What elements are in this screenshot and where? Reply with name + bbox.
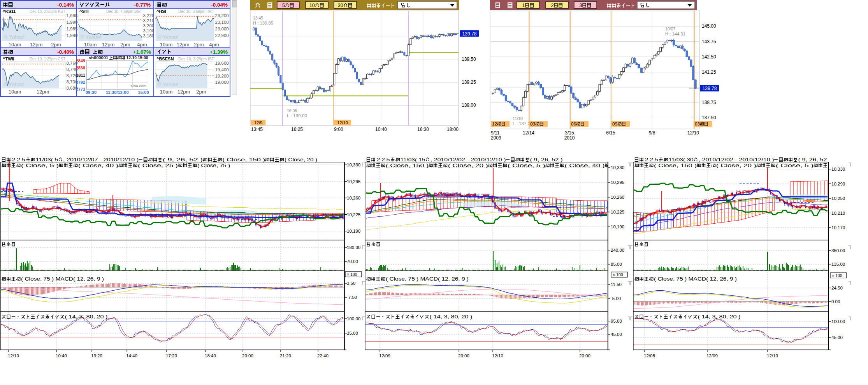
svg-text:Dec 10, 4:59pm SGT: Dec 10, 4:59pm SGT bbox=[106, 9, 142, 14]
svg-text:2: 2 bbox=[17, 157, 20, 162]
svg-text:9/8: 9/8 bbox=[649, 130, 655, 136]
svg-text:10,330: 10,330 bbox=[347, 162, 360, 167]
svg-text:18:40: 18:40 bbox=[205, 353, 216, 358]
svg-text:( 9, 26, 52 ): ( 9, 26, 52 ) bbox=[530, 157, 563, 162]
svg-text:0.00: 0.00 bbox=[831, 299, 840, 304]
svg-text:( Close, 75 ): ( Close, 75 ) bbox=[197, 163, 230, 168]
svg-text:10am: 10am bbox=[84, 42, 97, 48]
svg-text:( 14, 3, 80, 20 ): ( 14, 3, 80, 20 ) bbox=[65, 314, 108, 320]
svg-text:4pm: 4pm bbox=[137, 42, 147, 48]
svg-text:139.78: 139.78 bbox=[462, 31, 477, 37]
svg-text:10,260: 10,260 bbox=[347, 196, 360, 200]
svg-text:10,295: 10,295 bbox=[611, 180, 624, 185]
svg-text:( Close, 75 ) MACD( 12, 26,: ( Close, 75 ) MACD( 12, 26, 9 ) bbox=[21, 276, 104, 282]
svg-text:11/03( 15: 11/03( 15 bbox=[401, 157, 425, 162]
svg-text:5: 5 bbox=[282, 3, 285, 8]
svg-text:1,990: 1,990 bbox=[67, 20, 78, 25]
svg-text:1,995: 1,995 bbox=[67, 13, 78, 18]
svg-text:95.00: 95.00 bbox=[611, 319, 622, 323]
svg-text:139.25: 139.25 bbox=[462, 79, 476, 85]
svg-text:( Close, 20 ): ( Close, 20 ) bbox=[448, 163, 488, 168]
svg-text:135.00: 135.00 bbox=[831, 262, 845, 267]
svg-text:3,180: 3,180 bbox=[143, 34, 155, 38]
svg-text:21:20: 21:20 bbox=[280, 353, 291, 358]
svg-text:10,295: 10,295 bbox=[347, 179, 360, 184]
svg-text:13:45: 13:45 bbox=[253, 16, 263, 20]
svg-text:+1.07%: +1.07% bbox=[133, 49, 151, 55]
svg-text:12pm: 12pm bbox=[30, 42, 43, 48]
svg-text:14:40: 14:40 bbox=[126, 353, 137, 358]
svg-text:23,000: 23,000 bbox=[215, 26, 229, 31]
svg-text:2010: 2010 bbox=[564, 135, 575, 141]
svg-text:12/9: 12/9 bbox=[254, 120, 262, 125]
svg-text:( Close, 5 ): ( Close, 5 ) bbox=[776, 163, 814, 168]
svg-text:45.00: 45.00 bbox=[611, 332, 622, 337]
svg-text:15:00: 15:00 bbox=[138, 90, 149, 95]
svg-text:2849: 2849 bbox=[76, 58, 85, 63]
svg-text:2pm: 2pm bbox=[51, 42, 61, 48]
svg-text:+1.39%: +1.39% bbox=[210, 49, 228, 55]
svg-text:2pm: 2pm bbox=[196, 89, 206, 95]
svg-text:24.50: 24.50 bbox=[831, 286, 843, 290]
svg-text:© Yahoo!: © Yahoo! bbox=[4, 81, 25, 87]
svg-text:12pm: 12pm bbox=[102, 42, 115, 48]
svg-text:19,200: 19,200 bbox=[215, 74, 229, 78]
svg-text:23,100: 23,100 bbox=[215, 20, 229, 25]
svg-text:09:30: 09:30 bbox=[86, 90, 97, 95]
svg-text:( 9, 26, 52 ): ( 9, 26, 52 ) bbox=[798, 157, 831, 162]
svg-text:12/08: 12/08 bbox=[644, 353, 655, 358]
svg-text:09: 09 bbox=[612, 122, 617, 126]
svg-text:12/10: 12/10 bbox=[337, 120, 348, 125]
svg-text:, 2010/12/02 - 2010/12/10 ): , 2010/12/02 - 2010/12/10 ) bbox=[699, 157, 774, 162]
svg-text:10,225: 10,225 bbox=[347, 212, 360, 217]
svg-text:9/11: 9/11 bbox=[491, 130, 500, 136]
svg-text:10,190: 10,190 bbox=[611, 224, 624, 229]
svg-text:( Close, 5 ): ( Close, 5 ) bbox=[508, 163, 545, 168]
svg-text:13:45: 13:45 bbox=[251, 127, 263, 132]
svg-text:240.00: 240.00 bbox=[611, 248, 624, 253]
svg-text:3,220: 3,220 bbox=[143, 13, 155, 18]
svg-text:2009: 2009 bbox=[491, 135, 501, 141]
svg-text:( Close, 40 ): ( Close, 40 ) bbox=[565, 163, 605, 168]
svg-text:10,190: 10,190 bbox=[347, 229, 360, 233]
svg-text:11.50: 11.50 bbox=[611, 282, 622, 287]
svg-text:( Close, 150 ): ( Close, 150 ) bbox=[654, 163, 697, 168]
svg-text:H : 139.85: H : 139.85 bbox=[253, 21, 273, 25]
svg-text:-5.00: -5.00 bbox=[611, 296, 621, 301]
svg-text:( 14, 3, 80, 20 ): ( 14, 3, 80, 20 ) bbox=[698, 314, 741, 320]
svg-text:© Yahoo!: © Yahoo! bbox=[4, 34, 25, 40]
svg-text:11/10: 11/10 bbox=[513, 117, 523, 121]
svg-text:145.00: 145.00 bbox=[702, 23, 716, 29]
svg-text:Dec 10, 3:29pm IST: Dec 10, 3:29pm IST bbox=[178, 57, 214, 61]
svg-text:12-10 15:00: 12-10 15:00 bbox=[127, 56, 148, 60]
svg-text:2: 2 bbox=[377, 157, 380, 162]
svg-text:^KS11: ^KS11 bbox=[3, 9, 16, 14]
svg-text:( 9, 26, 52 ): ( 9, 26, 52 ) bbox=[163, 157, 203, 162]
svg-text:10,290: 10,290 bbox=[831, 182, 845, 186]
svg-text:20:00: 20:00 bbox=[242, 353, 253, 358]
svg-text:12: 12 bbox=[492, 122, 497, 126]
svg-text:2: 2 bbox=[645, 157, 648, 162]
svg-text:10,250: 10,250 bbox=[831, 196, 845, 201]
svg-text:12/10: 12/10 bbox=[687, 130, 699, 136]
svg-text:Dec 10, 1:25pm CST: Dec 10, 1:25pm CST bbox=[30, 57, 65, 61]
svg-text:139.78: 139.78 bbox=[703, 86, 717, 91]
svg-text:^HSI: ^HSI bbox=[156, 9, 166, 14]
svg-text:17:20: 17:20 bbox=[166, 353, 177, 358]
svg-text:16:25: 16:25 bbox=[291, 127, 303, 132]
svg-text:× 100: × 100 bbox=[347, 272, 357, 277]
svg-text:10,330: 10,330 bbox=[831, 167, 845, 171]
svg-text:19,600: 19,600 bbox=[215, 61, 229, 65]
svg-text:^STI: ^STI bbox=[79, 9, 89, 14]
svg-text:11/03( 5: 11/03( 5 bbox=[36, 157, 58, 162]
svg-text:5: 5 bbox=[387, 157, 390, 162]
svg-text:85.00: 85.00 bbox=[611, 262, 622, 267]
svg-text:9:00: 9:00 bbox=[334, 127, 343, 132]
svg-text:22,900: 22,900 bbox=[215, 33, 229, 38]
svg-text:2773: 2773 bbox=[76, 87, 85, 92]
svg-text:© Yahoo!: © Yahoo! bbox=[81, 34, 101, 40]
svg-text:2792: 2792 bbox=[76, 80, 85, 85]
svg-text:-0.77%: -0.77% bbox=[134, 2, 151, 8]
svg-text:12/09: 12/09 bbox=[379, 353, 390, 358]
svg-text:3,190: 3,190 bbox=[143, 28, 155, 33]
